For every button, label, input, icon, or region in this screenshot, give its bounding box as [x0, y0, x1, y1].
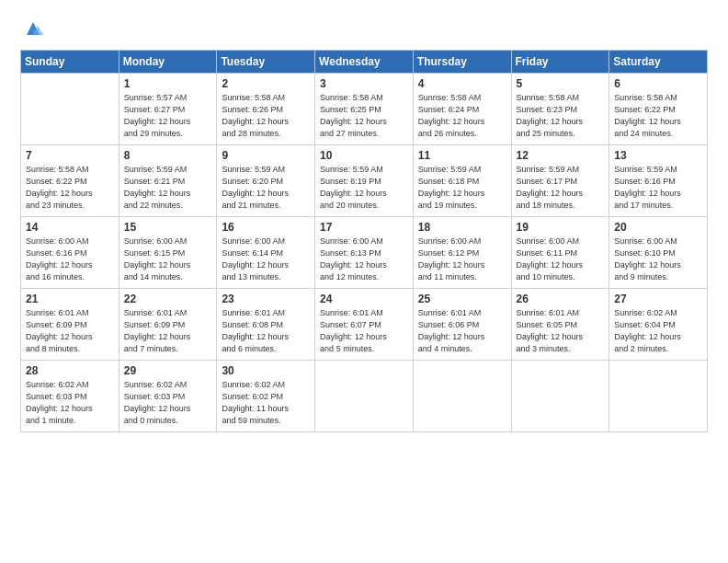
day-number: 23 — [222, 293, 310, 305]
calendar-cell: 29Sunrise: 6:02 AM Sunset: 6:03 PM Dayli… — [119, 361, 217, 432]
calendar-cell: 8Sunrise: 5:59 AM Sunset: 6:21 PM Daylig… — [119, 145, 217, 217]
calendar-cell — [315, 361, 414, 432]
calendar-cell: 6Sunrise: 5:58 AM Sunset: 6:22 PM Daylig… — [609, 74, 708, 145]
calendar-cell: 11Sunrise: 5:59 AM Sunset: 6:18 PM Dayli… — [413, 145, 511, 217]
calendar-cell: 26Sunrise: 6:01 AM Sunset: 6:05 PM Dayli… — [511, 289, 609, 361]
day-info: Sunrise: 6:00 AM Sunset: 6:12 PM Dayligh… — [418, 236, 506, 283]
calendar-cell — [609, 361, 708, 432]
calendar-cell: 22Sunrise: 6:01 AM Sunset: 6:09 PM Dayli… — [119, 289, 217, 361]
calendar-cell: 1Sunrise: 5:57 AM Sunset: 6:27 PM Daylig… — [119, 74, 217, 145]
day-info: Sunrise: 6:00 AM Sunset: 6:16 PM Dayligh… — [26, 236, 114, 283]
day-info: Sunrise: 5:59 AM Sunset: 6:20 PM Dayligh… — [222, 164, 310, 212]
day-info: Sunrise: 6:02 AM Sunset: 6:02 PM Dayligh… — [222, 379, 310, 427]
calendar-cell: 4Sunrise: 5:58 AM Sunset: 6:24 PM Daylig… — [413, 74, 511, 145]
day-number: 14 — [26, 221, 114, 234]
day-number: 27 — [614, 293, 702, 305]
day-info: Sunrise: 5:58 AM Sunset: 6:26 PM Dayligh… — [222, 92, 310, 140]
weekday-header: Tuesday — [217, 51, 315, 74]
day-number: 15 — [124, 221, 212, 234]
day-info: Sunrise: 5:58 AM Sunset: 6:23 PM Dayligh… — [517, 92, 605, 140]
calendar-cell: 30Sunrise: 6:02 AM Sunset: 6:02 PM Dayli… — [217, 361, 315, 432]
day-number: 21 — [26, 293, 114, 305]
day-info: Sunrise: 6:01 AM Sunset: 6:08 PM Dayligh… — [222, 307, 310, 355]
day-number: 7 — [26, 149, 114, 162]
weekday-header: Saturday — [609, 51, 708, 74]
weekday-header: Friday — [511, 51, 609, 74]
calendar-cell — [21, 74, 119, 145]
day-info: Sunrise: 5:59 AM Sunset: 6:18 PM Dayligh… — [418, 164, 506, 212]
day-info: Sunrise: 5:57 AM Sunset: 6:27 PM Dayligh… — [124, 92, 212, 140]
day-number: 22 — [124, 293, 212, 305]
day-number: 4 — [418, 77, 506, 90]
day-info: Sunrise: 5:58 AM Sunset: 6:22 PM Dayligh… — [26, 164, 114, 212]
logo — [20, 18, 43, 42]
day-info: Sunrise: 5:59 AM Sunset: 6:16 PM Dayligh… — [614, 164, 702, 212]
day-number: 1 — [124, 77, 212, 90]
calendar-week-row: 1Sunrise: 5:57 AM Sunset: 6:27 PM Daylig… — [21, 74, 708, 145]
day-info: Sunrise: 6:02 AM Sunset: 6:03 PM Dayligh… — [124, 379, 212, 427]
weekday-header: Wednesday — [315, 51, 414, 74]
calendar-cell: 13Sunrise: 5:59 AM Sunset: 6:16 PM Dayli… — [609, 145, 708, 217]
calendar-cell: 16Sunrise: 6:00 AM Sunset: 6:14 PM Dayli… — [217, 217, 315, 289]
day-number: 9 — [222, 149, 310, 162]
day-number: 5 — [517, 77, 605, 90]
day-number: 6 — [614, 77, 702, 90]
day-info: Sunrise: 6:00 AM Sunset: 6:10 PM Dayligh… — [614, 236, 702, 283]
day-number: 25 — [418, 293, 506, 305]
day-number: 18 — [418, 221, 506, 234]
calendar-cell: 10Sunrise: 5:59 AM Sunset: 6:19 PM Dayli… — [315, 145, 414, 217]
day-number: 12 — [517, 149, 605, 162]
calendar-cell: 19Sunrise: 6:00 AM Sunset: 6:11 PM Dayli… — [511, 217, 609, 289]
day-info: Sunrise: 6:00 AM Sunset: 6:11 PM Dayligh… — [517, 236, 605, 283]
calendar-cell: 27Sunrise: 6:02 AM Sunset: 6:04 PM Dayli… — [609, 289, 708, 361]
day-info: Sunrise: 5:59 AM Sunset: 6:17 PM Dayligh… — [517, 164, 605, 212]
day-number: 20 — [614, 221, 702, 234]
weekday-header: Monday — [119, 51, 217, 74]
day-number: 3 — [320, 77, 408, 90]
calendar-cell: 18Sunrise: 6:00 AM Sunset: 6:12 PM Dayli… — [413, 217, 511, 289]
calendar-cell — [511, 361, 609, 432]
day-number: 10 — [320, 149, 408, 162]
day-info: Sunrise: 6:00 AM Sunset: 6:14 PM Dayligh… — [222, 236, 310, 283]
day-info: Sunrise: 5:58 AM Sunset: 6:25 PM Dayligh… — [320, 92, 408, 140]
day-info: Sunrise: 6:01 AM Sunset: 6:09 PM Dayligh… — [124, 307, 212, 355]
calendar-week-row: 28Sunrise: 6:02 AM Sunset: 6:03 PM Dayli… — [21, 361, 708, 432]
calendar-table: SundayMondayTuesdayWednesdayThursdayFrid… — [20, 50, 708, 432]
day-number: 11 — [418, 149, 506, 162]
calendar-cell: 14Sunrise: 6:00 AM Sunset: 6:16 PM Dayli… — [21, 217, 119, 289]
calendar-cell — [413, 361, 511, 432]
calendar-cell: 24Sunrise: 6:01 AM Sunset: 6:07 PM Dayli… — [315, 289, 414, 361]
calendar-cell: 28Sunrise: 6:02 AM Sunset: 6:03 PM Dayli… — [21, 361, 119, 432]
calendar-cell: 5Sunrise: 5:58 AM Sunset: 6:23 PM Daylig… — [511, 74, 609, 145]
day-number: 8 — [124, 149, 212, 162]
calendar-cell: 23Sunrise: 6:01 AM Sunset: 6:08 PM Dayli… — [217, 289, 315, 361]
logo-icon — [23, 18, 43, 42]
day-number: 13 — [614, 149, 702, 162]
calendar-cell: 17Sunrise: 6:00 AM Sunset: 6:13 PM Dayli… — [315, 217, 414, 289]
day-number: 24 — [320, 293, 408, 305]
day-info: Sunrise: 6:01 AM Sunset: 6:05 PM Dayligh… — [517, 307, 605, 355]
weekday-header: Sunday — [21, 51, 119, 74]
day-number: 16 — [222, 221, 310, 234]
day-info: Sunrise: 6:01 AM Sunset: 6:07 PM Dayligh… — [320, 307, 408, 355]
day-number: 30 — [222, 364, 310, 377]
calendar-cell: 7Sunrise: 5:58 AM Sunset: 6:22 PM Daylig… — [21, 145, 119, 217]
calendar-cell: 25Sunrise: 6:01 AM Sunset: 6:06 PM Dayli… — [413, 289, 511, 361]
day-number: 19 — [517, 221, 605, 234]
day-info: Sunrise: 6:02 AM Sunset: 6:04 PM Dayligh… — [614, 307, 702, 355]
calendar-week-row: 14Sunrise: 6:00 AM Sunset: 6:16 PM Dayli… — [21, 217, 708, 289]
weekday-header: Thursday — [413, 51, 511, 74]
calendar-cell: 3Sunrise: 5:58 AM Sunset: 6:25 PM Daylig… — [315, 74, 414, 145]
day-info: Sunrise: 6:01 AM Sunset: 6:06 PM Dayligh… — [418, 307, 506, 355]
calendar-cell: 2Sunrise: 5:58 AM Sunset: 6:26 PM Daylig… — [217, 74, 315, 145]
day-info: Sunrise: 5:59 AM Sunset: 6:21 PM Dayligh… — [124, 164, 212, 212]
day-number: 2 — [222, 77, 310, 90]
day-number: 17 — [320, 221, 408, 234]
day-info: Sunrise: 6:00 AM Sunset: 6:15 PM Dayligh… — [124, 236, 212, 283]
day-info: Sunrise: 5:58 AM Sunset: 6:24 PM Dayligh… — [418, 92, 506, 140]
calendar-cell: 21Sunrise: 6:01 AM Sunset: 6:09 PM Dayli… — [21, 289, 119, 361]
calendar-cell: 15Sunrise: 6:00 AM Sunset: 6:15 PM Dayli… — [119, 217, 217, 289]
calendar-header-row: SundayMondayTuesdayWednesdayThursdayFrid… — [21, 51, 708, 74]
day-number: 29 — [124, 364, 212, 377]
calendar-week-row: 21Sunrise: 6:01 AM Sunset: 6:09 PM Dayli… — [21, 289, 708, 361]
